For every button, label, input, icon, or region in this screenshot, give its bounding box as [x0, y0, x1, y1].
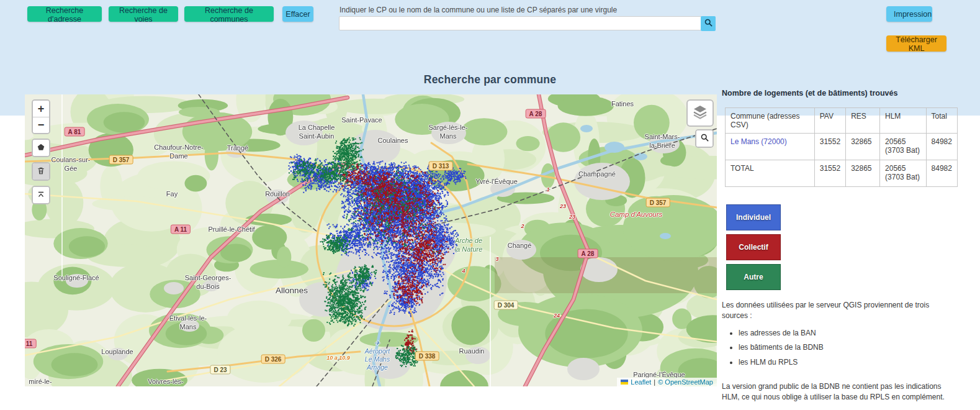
value-cell: 32865	[846, 134, 880, 160]
download-kml-button[interactable]: Télécharger KML	[886, 35, 946, 52]
ukraine-flag-icon	[621, 380, 628, 385]
commune-link[interactable]: Le Mans (72000)	[731, 137, 787, 146]
map-attribution: Leaflet | © OpenStreetMap	[617, 378, 717, 386]
results-header-row: Commune (adresses CSV)PAVRESHLMTotal	[726, 108, 958, 134]
results-column-header: Total	[926, 108, 957, 134]
magnifier-icon	[700, 132, 709, 145]
zoom-control: + −	[32, 99, 50, 134]
commune-cell: TOTAL	[726, 160, 815, 187]
sources-list: les adresses de la BANles bâtiments de l…	[722, 328, 953, 368]
map-canvas[interactable]	[25, 94, 717, 386]
map-container[interactable]: Saint-PavaceLa Chapelle Saint-AubinCoula…	[25, 94, 717, 386]
search-input-label: Indiquer le CP ou le nom de la commune o…	[339, 6, 617, 14]
results-table: Commune (adresses CSV)PAVRESHLMTotal Le …	[725, 107, 958, 187]
trash-button[interactable]	[33, 163, 49, 180]
draw-polygon-control	[32, 139, 50, 157]
search-address-button[interactable]: Recherche d'adresse	[27, 6, 102, 22]
legend-button-collectif[interactable]: Collectif	[726, 234, 781, 260]
legend: IndividuelCollectifAutre	[726, 204, 958, 290]
search-streets-button[interactable]: Recherche de voies	[109, 6, 178, 22]
app-root: Recherche d'adresse Recherche de voies R…	[0, 0, 980, 410]
sources-intro: Les données utilisées par le serveur QGI…	[722, 300, 953, 322]
map-search-control	[695, 129, 714, 148]
results-column-header: PAV	[814, 108, 845, 134]
collapse-control	[32, 186, 50, 204]
footnote: La version grand public de la BDNB ne co…	[722, 381, 953, 403]
total-cell: 84982	[926, 134, 957, 160]
search-communes-button[interactable]: Recherche de communes	[184, 6, 274, 22]
osm-link[interactable]: © OpenStreetMap	[658, 378, 713, 386]
layers-control[interactable]	[686, 99, 714, 127]
page-title: Recherche par commune	[0, 73, 980, 86]
clear-button[interactable]: Effacer	[282, 6, 313, 22]
search-icon	[704, 18, 713, 29]
results-column-header: RES	[846, 108, 880, 134]
notes: Les données utilisées par le serveur QGI…	[722, 300, 953, 403]
map-search-button[interactable]	[696, 130, 713, 147]
print-button[interactable]: Impression	[886, 6, 932, 22]
commune-cell: Le Mans (72000)	[726, 134, 815, 160]
results-panel: Nombre de logements (et de bâtiments) tr…	[722, 89, 958, 403]
source-item: les HLM du RPLS	[739, 357, 953, 368]
search-input[interactable]	[339, 16, 708, 30]
results-heading: Nombre de logements (et de bâtiments) tr…	[722, 89, 958, 98]
attribution-separator: |	[654, 378, 655, 386]
leaflet-link[interactable]: Leaflet	[631, 378, 651, 386]
zoom-in-button[interactable]: +	[33, 101, 49, 117]
trash-icon	[37, 165, 45, 178]
table-row: Le Mans (72000)315523286520565(3703 Bat)…	[726, 134, 958, 160]
draw-polygon-button[interactable]	[33, 140, 49, 156]
source-item: les adresses de la BAN	[739, 328, 953, 339]
results-column-header: HLM	[880, 108, 927, 134]
zoom-out-button[interactable]: −	[33, 117, 49, 133]
value-cell: 32865	[846, 160, 880, 187]
legend-button-individuel[interactable]: Individuel	[726, 204, 781, 230]
legend-button-autre[interactable]: Autre	[726, 264, 781, 290]
hlm-cell: 20565(3703 Bat)	[880, 134, 927, 160]
source-item: les bâtiments de la BDNB	[739, 342, 953, 353]
table-row: TOTAL315523286520565(3703 Bat)84982	[726, 160, 958, 187]
delete-shapes-control	[32, 162, 50, 181]
total-cell: 84982	[926, 160, 957, 187]
collapse-top-icon	[37, 189, 45, 202]
results-column-header: Commune (adresses CSV)	[726, 108, 815, 134]
value-cell: 31552	[814, 160, 845, 187]
collapse-top-button[interactable]	[33, 187, 49, 203]
layers-icon	[692, 104, 708, 122]
hlm-cell: 20565(3703 Bat)	[880, 160, 927, 187]
pentagon-icon	[37, 142, 45, 155]
search-submit-button[interactable]	[701, 16, 716, 31]
value-cell: 31552	[814, 134, 845, 160]
